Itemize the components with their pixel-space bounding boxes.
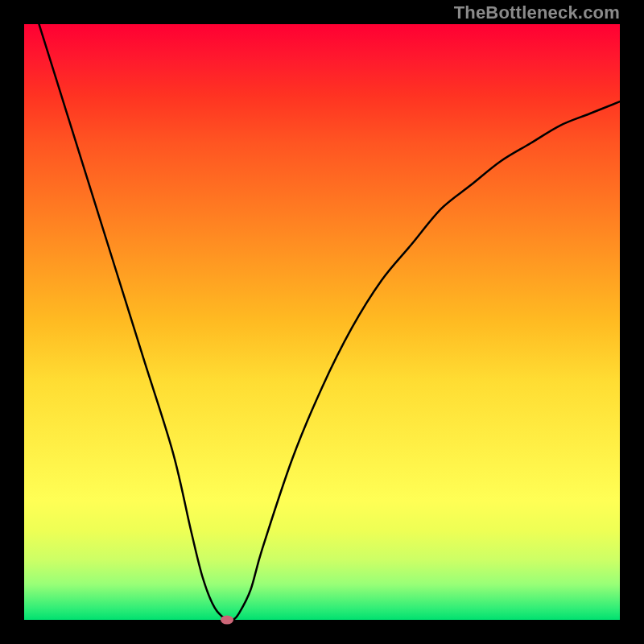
min-marker [221,616,233,625]
chart-container: TheBottleneck.com [0,0,644,644]
watermark-label: TheBottleneck.com [454,2,620,23]
curve-path [24,0,620,621]
bottleneck-curve [24,24,620,620]
plot-area [24,24,620,620]
